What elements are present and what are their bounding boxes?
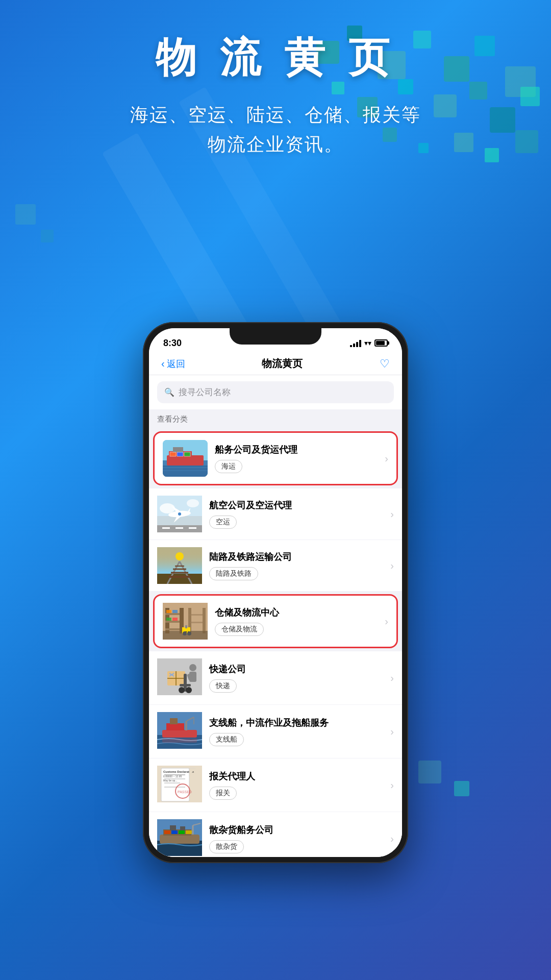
svg-rect-120 bbox=[160, 835, 199, 844]
svg-rect-32 bbox=[170, 452, 176, 456]
svg-rect-69 bbox=[172, 610, 178, 613]
item-content-shipping: 船务公司及货运代理 海运 bbox=[215, 444, 378, 473]
item-chevron-warehouse: › bbox=[385, 616, 388, 627]
svg-text:PASSED: PASSED bbox=[178, 790, 192, 794]
phone-outer: 8:30 ▾▾ ‹ 返回 bbox=[143, 322, 408, 863]
search-container: 🔍 搜寻公司名称 bbox=[149, 375, 402, 409]
item-tag-shipping: 海运 bbox=[215, 460, 242, 473]
search-bar[interactable]: 🔍 搜寻公司名称 bbox=[157, 381, 394, 403]
wifi-icon: ▾▾ bbox=[364, 339, 371, 347]
item-image-tugboat bbox=[157, 712, 202, 751]
nav-title: 物流黄页 bbox=[262, 357, 303, 371]
svg-rect-49 bbox=[176, 527, 183, 529]
item-chevron-airline: › bbox=[390, 508, 394, 520]
svg-rect-34 bbox=[184, 452, 190, 456]
item-image-rail bbox=[157, 547, 202, 584]
svg-point-92 bbox=[189, 664, 196, 671]
svg-rect-64 bbox=[165, 613, 181, 615]
item-tag-courier: 快递 bbox=[209, 679, 237, 693]
nav-bar: ‹ 返回 物流黄页 ♡ bbox=[149, 353, 402, 375]
svg-rect-31 bbox=[173, 447, 183, 452]
svg-rect-122 bbox=[170, 825, 176, 830]
svg-point-90 bbox=[179, 687, 185, 693]
svg-text:6.89000 ~ 12.95: 6.89000 ~ 12.95 bbox=[163, 775, 182, 778]
svg-rect-26 bbox=[41, 230, 54, 242]
phone-inner: 8:30 ▾▾ ‹ 返回 bbox=[149, 328, 402, 857]
list-container: 船务公司及货运代理 海运 › bbox=[149, 431, 402, 857]
svg-rect-124 bbox=[164, 830, 170, 834]
svg-rect-100 bbox=[185, 721, 187, 730]
item-title-bulk: 散杂货船务公司 bbox=[209, 824, 383, 836]
back-button[interactable]: ‹ 返回 bbox=[161, 358, 185, 370]
item-title-airline: 航空公司及空运代理 bbox=[209, 499, 383, 511]
svg-rect-126 bbox=[179, 830, 185, 834]
item-image-ship bbox=[163, 440, 208, 477]
list-item-rail[interactable]: 陆路及铁路运输公司 陆路及铁路 › bbox=[149, 540, 402, 591]
item-title-rail: 陆路及铁路运输公司 bbox=[209, 551, 383, 563]
svg-rect-89 bbox=[180, 684, 191, 687]
header-section: 物 流 黄 页 海运、空运、陆运、仓储、报关等 物流企业资讯。 bbox=[0, 31, 551, 159]
svg-rect-73 bbox=[188, 614, 203, 616]
list-item-tugboat[interactable]: 支线船，中流作业及拖船服务 支线船 › bbox=[149, 705, 402, 758]
svg-rect-103 bbox=[162, 739, 197, 743]
svg-rect-99 bbox=[170, 718, 178, 724]
item-tag-warehouse: 仓储及物流 bbox=[215, 623, 264, 636]
svg-rect-123 bbox=[180, 826, 185, 830]
svg-rect-48 bbox=[162, 527, 170, 529]
item-image-warehouse bbox=[163, 603, 208, 640]
item-title-courier: 快递公司 bbox=[209, 663, 383, 675]
back-chevron-icon: ‹ bbox=[161, 358, 165, 370]
svg-rect-35 bbox=[163, 465, 208, 477]
item-content-warehouse: 仓储及物流中心 仓储及物流 bbox=[215, 606, 378, 636]
item-chevron-customs: › bbox=[390, 779, 394, 791]
status-icons: ▾▾ bbox=[350, 339, 388, 347]
svg-rect-75 bbox=[203, 608, 206, 633]
svg-rect-97 bbox=[162, 730, 197, 738]
category-label: 查看分类 bbox=[149, 409, 402, 428]
svg-point-40 bbox=[160, 503, 175, 513]
item-title-shipping: 船务公司及货运代理 bbox=[215, 444, 378, 456]
item-content-rail: 陆路及铁路运输公司 陆路及铁路 bbox=[209, 551, 383, 580]
item-image-bulk bbox=[157, 819, 202, 857]
svg-rect-127 bbox=[186, 830, 192, 834]
heart-icon[interactable]: ♡ bbox=[380, 357, 390, 371]
svg-point-60 bbox=[176, 552, 184, 560]
svg-rect-70 bbox=[166, 618, 171, 621]
svg-rect-125 bbox=[171, 830, 178, 834]
item-title-customs: 报关代理人 bbox=[209, 770, 383, 782]
svg-rect-71 bbox=[172, 618, 178, 621]
item-content-tugboat: 支线船，中流作业及拖船服务 支线船 bbox=[209, 717, 383, 746]
list-item-bulk[interactable]: 散杂货船务公司 散杂货 › bbox=[149, 812, 402, 857]
list-item-warehouse[interactable]: 仓储及物流中心 仓储及物流 › bbox=[153, 594, 398, 648]
list-item-customs[interactable]: Customs Declaration 6.89000 ~ 12.95 May … bbox=[149, 758, 402, 812]
back-label: 返回 bbox=[167, 358, 185, 370]
list-item-courier[interactable]: 快递公司 快递 › bbox=[149, 651, 402, 704]
item-content-airline: 航空公司及空运代理 空运 bbox=[209, 499, 383, 529]
svg-point-81 bbox=[187, 631, 191, 635]
svg-text:May be op...: May be op... bbox=[163, 779, 178, 782]
item-tag-rail: 陆路及铁路 bbox=[209, 567, 258, 580]
svg-point-91 bbox=[186, 687, 192, 693]
search-placeholder: 搜寻公司名称 bbox=[179, 386, 231, 398]
svg-rect-98 bbox=[166, 723, 184, 730]
svg-rect-50 bbox=[189, 527, 196, 529]
svg-rect-53 bbox=[157, 574, 202, 584]
main-title: 物 流 黄 页 bbox=[0, 31, 551, 86]
item-image-courier bbox=[157, 658, 202, 697]
svg-rect-68 bbox=[166, 610, 171, 613]
item-image-customs: Customs Declaration 6.89000 ~ 12.95 May … bbox=[157, 766, 202, 804]
battery-icon bbox=[374, 339, 388, 347]
list-item-shipping[interactable]: 船务公司及货运代理 海运 › bbox=[153, 431, 398, 485]
status-time: 8:30 bbox=[163, 338, 182, 349]
item-chevron-courier: › bbox=[390, 672, 394, 684]
svg-rect-65 bbox=[165, 621, 181, 623]
svg-rect-23 bbox=[418, 761, 441, 783]
sub-title-line1: 海运、空运、陆运、仓储、报关等 bbox=[130, 104, 421, 125]
sub-title: 海运、空运、陆运、仓储、报关等 物流企业资讯。 bbox=[0, 100, 551, 159]
item-chevron-bulk: › bbox=[390, 833, 394, 845]
phone-mockup: 8:30 ▾▾ ‹ 返回 bbox=[143, 322, 408, 884]
item-tag-airline: 空运 bbox=[209, 516, 237, 529]
list-item-airline[interactable]: 航空公司及空运代理 空运 › bbox=[149, 488, 402, 540]
item-chevron-shipping: › bbox=[385, 453, 388, 464]
item-image-plane bbox=[157, 496, 202, 532]
